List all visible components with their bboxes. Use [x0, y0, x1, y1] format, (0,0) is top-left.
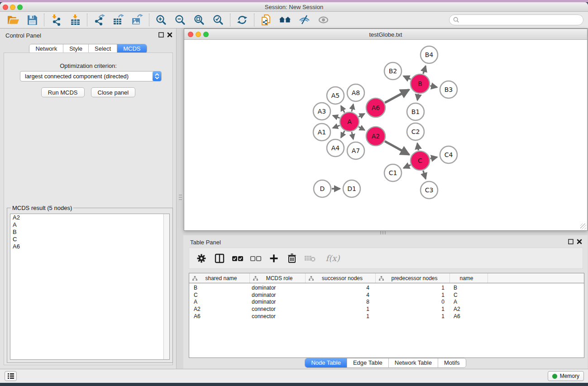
tab-select[interactable]: Select — [88, 44, 117, 53]
graph-node-B4[interactable]: B4 — [421, 46, 438, 63]
add-row-button[interactable] — [268, 253, 280, 264]
table-cell[interactable]: 0 — [376, 299, 450, 306]
show-all-button[interactable] — [314, 13, 333, 27]
graph-node-B1[interactable]: B1 — [407, 103, 424, 120]
mcds-result-item[interactable]: C — [10, 236, 169, 243]
graph-edge-B-B4[interactable] — [423, 66, 425, 74]
graph-edge-C-C2[interactable] — [417, 143, 418, 151]
task-history-button[interactable] — [5, 371, 17, 381]
table-cell[interactable]: connector — [250, 313, 306, 320]
show-columns-button[interactable] — [214, 253, 225, 264]
table-cell[interactable]: A2 — [189, 306, 250, 313]
tab-network-table[interactable]: Network Table — [388, 358, 438, 367]
select-all-button[interactable] — [232, 253, 244, 264]
graph-node-A7[interactable]: A7 — [347, 142, 364, 159]
graph-node-C[interactable]: C — [411, 151, 430, 170]
table-row-A[interactable]: Adominator80A — [189, 299, 584, 306]
graph-node-A3[interactable]: A3 — [313, 103, 330, 120]
close-panel-icon[interactable] — [167, 32, 172, 38]
tab-network[interactable]: Network — [29, 44, 63, 53]
search-input[interactable] — [459, 15, 583, 24]
column-header-successor-nodes[interactable]: successor nodes — [306, 273, 376, 283]
graph-node-C2[interactable]: C2 — [407, 123, 424, 140]
import-network-button[interactable] — [47, 13, 66, 27]
table-cell[interactable]: C — [189, 292, 250, 299]
column-header-shared-name[interactable]: shared name — [189, 273, 250, 283]
graph-edge-A2-C[interactable] — [385, 141, 409, 154]
table-options-button[interactable] — [196, 253, 207, 264]
graph-edge-A-A7[interactable] — [352, 132, 354, 139]
graph-edge-A-A6[interactable] — [359, 114, 364, 117]
zoom-in-button[interactable] — [152, 13, 171, 27]
tab-style[interactable]: Style — [63, 44, 88, 53]
column-header-predecessor-nodes[interactable]: predecessor nodes — [376, 273, 450, 283]
graph-node-B3[interactable]: B3 — [440, 81, 457, 98]
table-cell[interactable]: dominator — [250, 299, 306, 306]
hide-selected-button[interactable] — [295, 13, 314, 27]
graph-node-D[interactable]: D — [314, 180, 331, 197]
run-mcds-button[interactable]: Run MCDS — [41, 87, 85, 97]
float-panel-icon[interactable] — [568, 239, 574, 244]
table-cell[interactable]: 1 — [376, 313, 450, 320]
graph-node-C3[interactable]: C3 — [421, 181, 438, 199]
table-cell[interactable]: 8 — [306, 299, 376, 306]
optimization-criterion-select[interactable]: largest connected component (directed) — [20, 71, 162, 81]
graph-node-B2[interactable]: B2 — [384, 62, 402, 80]
table-cell[interactable]: dominator — [250, 292, 306, 299]
delete-table-button[interactable] — [304, 253, 316, 264]
open-session-button[interactable] — [4, 13, 23, 27]
first-neighbors-button[interactable] — [276, 13, 295, 27]
column-header-name[interactable]: name — [450, 273, 488, 283]
table-cell[interactable]: 1 — [376, 285, 450, 292]
table-cell[interactable]: 4 — [306, 292, 376, 299]
zoom-selected-button[interactable] — [209, 13, 228, 27]
table-row-A6[interactable]: A6connector11A6 — [189, 313, 584, 320]
graph-node-A6[interactable]: A6 — [366, 98, 385, 117]
export-image-button[interactable] — [128, 13, 147, 27]
mcds-result-list[interactable]: A2ABCA6 — [10, 214, 170, 360]
graph-edge-C-C3[interactable] — [423, 171, 426, 179]
import-table-button[interactable] — [66, 13, 85, 27]
graph-node-A[interactable]: A — [340, 112, 359, 131]
graph-edge-A-A2[interactable] — [359, 127, 364, 130]
save-session-button[interactable] — [23, 13, 42, 27]
graph-edge-A-A1[interactable] — [333, 125, 339, 128]
table-cell[interactable]: 1 — [306, 313, 376, 320]
graph-edge-B-B2[interactable] — [404, 76, 411, 79]
memory-button[interactable]: Memory — [548, 371, 584, 381]
apply-function-button[interactable]: f(x) — [322, 253, 343, 264]
zoom-out-button[interactable] — [171, 13, 190, 27]
graph-edge-A-A5[interactable] — [341, 106, 344, 113]
graph-edge-A-A4[interactable] — [341, 131, 344, 138]
graph-edge-A6-B[interactable] — [385, 90, 409, 103]
graph-node-D1[interactable]: D1 — [343, 180, 360, 197]
table-cell[interactable]: dominator — [250, 285, 306, 292]
table-row-C[interactable]: Cdominator41C — [189, 292, 584, 299]
column-header-MCDS-role[interactable]: MCDS role — [250, 273, 306, 283]
mcds-result-item[interactable]: A6 — [10, 243, 169, 250]
close-panel-icon[interactable] — [577, 239, 582, 244]
graph-node-A1[interactable]: A1 — [313, 124, 330, 141]
graph-node-A8[interactable]: A8 — [347, 84, 364, 101]
table-cell[interactable]: A2 — [450, 306, 488, 313]
horizontal-splitter-handle[interactable] — [380, 231, 392, 234]
tab-mcds[interactable]: MCDS — [117, 44, 146, 53]
refresh-layout-button[interactable] — [233, 13, 252, 27]
graph-node-A4[interactable]: A4 — [327, 139, 344, 157]
node-table[interactable]: shared nameMCDS rolesuccessor nodesprede… — [189, 273, 584, 358]
graph-node-C1[interactable]: C1 — [384, 164, 402, 181]
graph-edge-C-C4[interactable] — [430, 157, 437, 158]
graph-edge-B-B3[interactable] — [430, 86, 437, 87]
mcds-result-item[interactable]: B — [10, 229, 169, 236]
table-cell[interactable]: A6 — [189, 313, 250, 320]
export-table-button[interactable] — [109, 13, 128, 27]
scrollbar-track[interactable] — [163, 214, 169, 359]
graph-edge-A-A3[interactable] — [333, 115, 339, 118]
table-cell[interactable]: B — [189, 285, 250, 292]
search-box[interactable] — [449, 14, 583, 25]
tab-edge-table[interactable]: Edge Table — [347, 358, 388, 367]
clone-network-button[interactable] — [257, 13, 276, 27]
close-panel-button[interactable]: Close panel — [91, 87, 136, 97]
zoom-fit-button[interactable] — [190, 13, 209, 27]
graph-edge-A-A8[interactable] — [352, 104, 354, 111]
